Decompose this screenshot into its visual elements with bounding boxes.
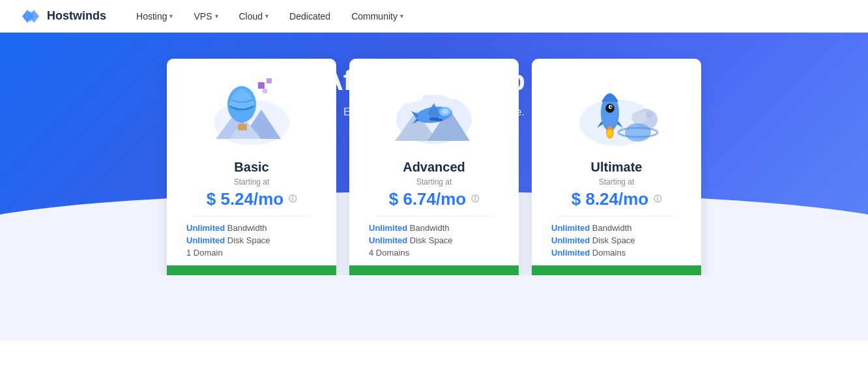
hero-section: Fast & Affordable Web Hosting Exceptiona… — [0, 33, 868, 275]
svg-point-30 — [646, 112, 652, 118]
plan-price-basic: $ 5.24/mo ⓘ — [180, 189, 323, 209]
plan-features-ultimate: Unlimited Bandwidth Unlimited Disk Space… — [545, 223, 688, 258]
feature-domains: 1 Domain — [186, 248, 317, 258]
plan-features-basic: Unlimited Bandwidth Unlimited Disk Space… — [180, 223, 323, 258]
svg-rect-10 — [238, 124, 247, 130]
plan-starting-advanced: Starting at — [362, 177, 506, 187]
feature-disk: Unlimited Disk Space — [551, 235, 682, 245]
nav-item-dedicated[interactable]: Dedicated — [279, 0, 341, 33]
feature-domains: 4 Domains — [369, 248, 499, 258]
svg-rect-6 — [263, 89, 267, 93]
nav-item-vps[interactable]: VPS ▾ — [183, 0, 228, 33]
page-wrapper: Fast & Affordable Web Hosting Exceptiona… — [0, 33, 868, 375]
svg-rect-5 — [267, 78, 272, 83]
pricing-cards: Basic Starting at $ 5.24/mo ⓘ Unlimited … — [167, 59, 701, 275]
nav-item-hosting[interactable]: Hosting ▾ — [126, 0, 183, 33]
plan-body-ultimate: Ultimate Starting at $ 8.24/mo ⓘ Unlimit… — [532, 153, 701, 265]
chevron-down-icon: ▾ — [169, 12, 173, 20]
plan-features-advanced: Unlimited Bandwidth Unlimited Disk Space… — [362, 223, 506, 258]
plan-body-basic: Basic Starting at $ 5.24/mo ⓘ Unlimited … — [167, 153, 336, 265]
svg-point-42 — [607, 129, 613, 138]
card-divider — [559, 216, 674, 217]
get-started-button-advanced[interactable]: Get Started — [349, 265, 519, 275]
feature-disk: Unlimited Disk Space — [369, 235, 499, 245]
plan-price-advanced: $ 6.74/mo ⓘ — [362, 189, 506, 209]
feature-bandwidth: Unlimited Bandwidth — [186, 223, 317, 233]
feature-disk: Unlimited Disk Space — [186, 235, 317, 245]
svg-rect-26 — [436, 119, 442, 121]
nav-menu: Hosting ▾ VPS ▾ Cloud ▾ Dedicated Commun… — [126, 0, 414, 33]
svg-point-16 — [454, 90, 469, 99]
plan-starting-ultimate: Starting at — [545, 177, 688, 187]
feature-bandwidth: Unlimited Bandwidth — [369, 223, 499, 233]
plan-name-ultimate: Ultimate — [545, 160, 688, 175]
plan-card-ultimate: Ultimate Starting at $ 8.24/mo ⓘ Unlimit… — [532, 59, 701, 275]
chevron-down-icon: ▾ — [215, 12, 218, 20]
svg-point-38 — [611, 106, 613, 107]
get-started-button-ultimate[interactable]: Get Started — [532, 265, 701, 275]
price-info-icon-ultimate[interactable]: ⓘ — [654, 194, 661, 205]
plan-illustration-basic — [167, 59, 336, 153]
plan-illustration-ultimate — [532, 59, 701, 153]
nav-item-community[interactable]: Community ▾ — [341, 0, 414, 33]
get-started-button-basic[interactable]: Get Started — [167, 265, 336, 275]
nav-item-cloud[interactable]: Cloud ▾ — [229, 0, 280, 33]
plan-body-advanced: Advanced Starting at $ 6.74/mo ⓘ Unlimit… — [349, 153, 519, 265]
feature-bandwidth: Unlimited Bandwidth — [551, 223, 682, 233]
svg-point-29 — [631, 111, 647, 124]
svg-rect-4 — [258, 82, 265, 89]
logo[interactable]: Hostwinds — [20, 7, 106, 25]
navbar: Hostwinds Hosting ▾ VPS ▾ Cloud ▾ Dedica… — [0, 0, 868, 33]
plan-price-ultimate: $ 8.24/mo ⓘ — [545, 189, 688, 209]
svg-point-14 — [397, 93, 412, 103]
plan-starting-basic: Starting at — [180, 177, 323, 187]
svg-point-31 — [625, 123, 651, 142]
price-info-icon-basic[interactable]: ⓘ — [289, 194, 297, 205]
plan-card-basic: Basic Starting at $ 5.24/mo ⓘ Unlimited … — [167, 59, 336, 275]
price-info-icon-advanced[interactable]: ⓘ — [471, 194, 479, 205]
card-divider — [377, 216, 491, 217]
card-divider — [194, 216, 309, 217]
plan-name-basic: Basic — [180, 160, 323, 175]
chevron-down-icon: ▾ — [400, 12, 403, 20]
plan-name-advanced: Advanced — [362, 160, 506, 175]
logo-text: Hostwinds — [47, 9, 106, 23]
plan-card-advanced: Advanced Starting at $ 6.74/mo ⓘ Unlimit… — [349, 59, 519, 275]
plan-illustration-advanced — [349, 59, 519, 153]
chevron-down-icon: ▾ — [265, 12, 268, 20]
feature-domains: Unlimited Domains — [551, 248, 682, 258]
